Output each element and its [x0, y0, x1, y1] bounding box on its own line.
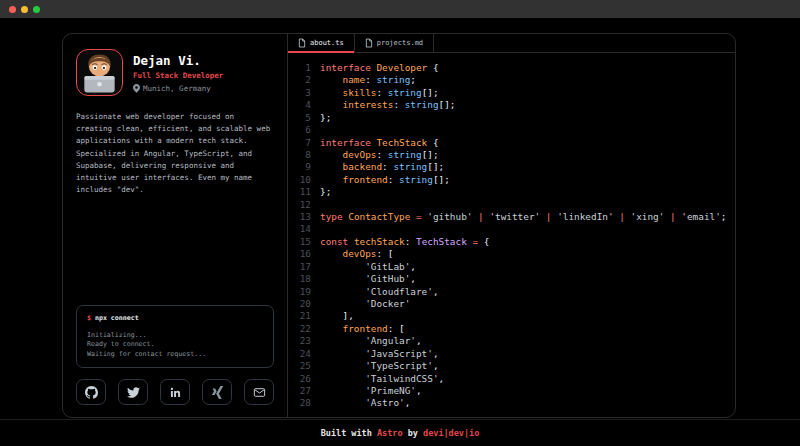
- code-line: 4 interests: string[];: [294, 99, 735, 111]
- xing-button[interactable]: [202, 379, 232, 405]
- code-line-content: devOps: [: [320, 248, 393, 260]
- terminal-command-line: $ npx connect: [87, 314, 263, 322]
- code-line-content: 'Docker': [320, 298, 410, 310]
- code-line-content: 'PrimeNG',: [320, 385, 422, 397]
- code-line-content: interface TechStack {: [320, 137, 439, 149]
- line-number: 21: [294, 310, 311, 322]
- page-footer: Built with Astro by devi|dev|io: [0, 419, 800, 446]
- code-line-content: frontend: string[];: [320, 174, 450, 186]
- code-line: 5};: [294, 112, 735, 124]
- code-line: 19 'Cloudflare',: [294, 286, 735, 298]
- code-line-content: 'JavaScript',: [320, 348, 439, 360]
- profile-name: Dejan Vi.: [133, 53, 223, 68]
- code-line: 16 devOps: [: [294, 248, 735, 260]
- terminal-output-line: Initializing...: [87, 331, 263, 340]
- code-line-content: 'GitLab',: [320, 261, 416, 273]
- code-line-content: backend: string[];: [320, 161, 444, 173]
- github-icon: [85, 386, 98, 399]
- line-number: 8: [294, 149, 311, 161]
- twitter-button[interactable]: [118, 379, 148, 405]
- line-number: 19: [294, 286, 311, 298]
- line-number: 27: [294, 385, 311, 397]
- code-line: 13type ContactType = 'github' | 'twitter…: [294, 211, 735, 223]
- line-number: 24: [294, 348, 311, 360]
- line-number: 3: [294, 87, 311, 99]
- linkedin-button[interactable]: [160, 379, 190, 405]
- code-line: 25 'TypeScript',: [294, 360, 735, 372]
- code-line-content: 'Angular',: [320, 335, 422, 347]
- code-line: 12: [294, 199, 735, 211]
- profile-meta: Dejan Vi. Full Stack Developer Munich, G…: [133, 53, 223, 93]
- tab-label: about.ts: [310, 39, 344, 47]
- code-line-content: const techStack: TechStack = {: [320, 236, 489, 248]
- terminal-panel: $ npx connect Initializing... Ready to c…: [76, 305, 274, 368]
- line-number: 15: [294, 236, 311, 248]
- avatar-memoji-icon: [77, 50, 122, 95]
- code-line-content: skills: string[];: [320, 87, 439, 99]
- code-line: 7interface TechStack {: [294, 137, 735, 149]
- code-line: 8 devOps: string[];: [294, 149, 735, 161]
- github-button[interactable]: [76, 379, 106, 405]
- tab-about-ts[interactable]: about.ts: [288, 34, 355, 52]
- file-icon: [298, 38, 306, 48]
- profile-location: Munich, Germany: [133, 84, 223, 93]
- code-line: 17 'GitLab',: [294, 261, 735, 273]
- code-line-content: devOps: string[];: [320, 149, 439, 161]
- line-number: 10: [294, 174, 311, 186]
- line-number: 4: [294, 99, 311, 111]
- line-number: 12: [294, 199, 311, 211]
- line-number: 20: [294, 298, 311, 310]
- code-line-content: 'TailwindCSS',: [320, 373, 444, 385]
- code-line-content: interface Developer {: [320, 62, 439, 74]
- footer-by: by: [403, 428, 423, 438]
- tab-projects-md[interactable]: projects.md: [355, 34, 434, 52]
- close-button[interactable]: [9, 6, 16, 13]
- code-line-content: 'TypeScript',: [320, 360, 439, 372]
- code-line-content: };: [320, 112, 331, 124]
- line-number: 28: [294, 397, 311, 409]
- code-line-content: 'GitHub',: [320, 273, 416, 285]
- editor-pane: about.ts projects.md 1interface Develope…: [288, 34, 735, 417]
- code-line-content: 'Astro',: [320, 397, 410, 409]
- code-line: 23 'Angular',: [294, 335, 735, 347]
- code-line-content: interests: string[];: [320, 99, 456, 111]
- line-number: 6: [294, 124, 311, 136]
- code-line-content: frontend: [: [320, 323, 405, 335]
- line-number: 23: [294, 335, 311, 347]
- code-line: 9 backend: string[];: [294, 161, 735, 173]
- code-line: 1interface Developer {: [294, 62, 735, 74]
- line-number: 17: [294, 261, 311, 273]
- linkedin-icon: [169, 386, 182, 399]
- line-number: 1: [294, 62, 311, 74]
- line-number: 16: [294, 248, 311, 260]
- editor-tabbar: about.ts projects.md: [288, 34, 735, 53]
- code-line: 15const techStack: TechStack = {: [294, 236, 735, 248]
- code-line: 20 'Docker': [294, 298, 735, 310]
- maximize-button[interactable]: [33, 6, 40, 13]
- main-card: Dejan Vi. Full Stack Developer Munich, G…: [62, 33, 736, 418]
- social-links: [76, 379, 274, 405]
- avatar: [76, 49, 123, 96]
- code-line: 14: [294, 223, 735, 235]
- code-line-content: 'Cloudflare',: [320, 286, 439, 298]
- bio-text: Passionate web developer focused on crea…: [76, 111, 274, 196]
- code-line-content: name: string;: [320, 74, 416, 86]
- minimize-button[interactable]: [21, 6, 28, 13]
- profile-sidebar: Dejan Vi. Full Stack Developer Munich, G…: [63, 34, 288, 417]
- location-text: Munich, Germany: [143, 84, 211, 93]
- line-number: 11: [294, 186, 311, 198]
- email-button[interactable]: [244, 379, 274, 405]
- code-line: 18 'GitHub',: [294, 273, 735, 285]
- code-line: 27 'PrimeNG',: [294, 385, 735, 397]
- code-editor[interactable]: 1interface Developer {2 name: string;3 s…: [288, 53, 735, 417]
- xing-icon: [211, 386, 224, 399]
- site-link[interactable]: devi|dev|io: [423, 428, 479, 438]
- email-icon: [253, 386, 266, 399]
- code-line: 28 'Astro',: [294, 397, 735, 409]
- line-number: 13: [294, 211, 311, 223]
- code-line: 2 name: string;: [294, 74, 735, 86]
- astro-link[interactable]: Astro: [377, 428, 403, 438]
- line-number: 26: [294, 373, 311, 385]
- code-line: 10 frontend: string[];: [294, 174, 735, 186]
- terminal-output-line: Waiting for contact request...: [87, 350, 263, 359]
